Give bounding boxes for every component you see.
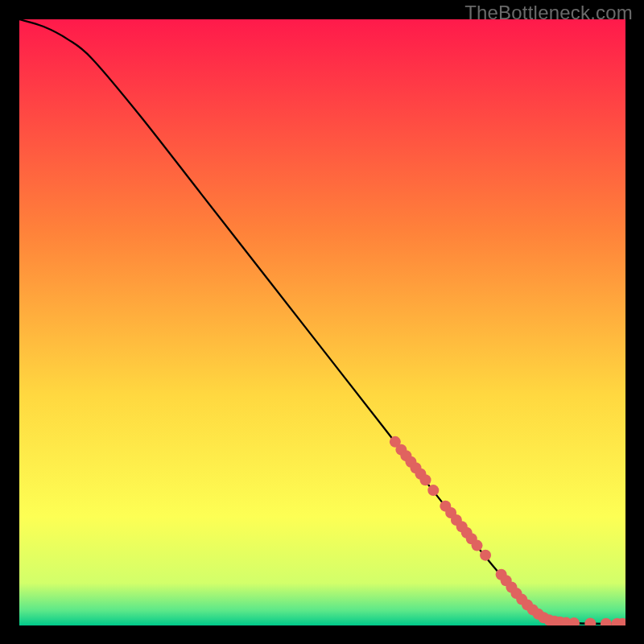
plot-svg — [19, 19, 625, 625]
data-marker — [472, 540, 483, 551]
watermark-text: TheBottleneck.com — [464, 2, 633, 24]
data-marker — [480, 550, 491, 561]
plot-area — [19, 19, 625, 625]
chart-container: TheBottleneck.com — [0, 0, 644, 644]
data-marker — [427, 485, 439, 496]
data-marker — [420, 474, 431, 485]
gradient-background — [19, 19, 625, 625]
